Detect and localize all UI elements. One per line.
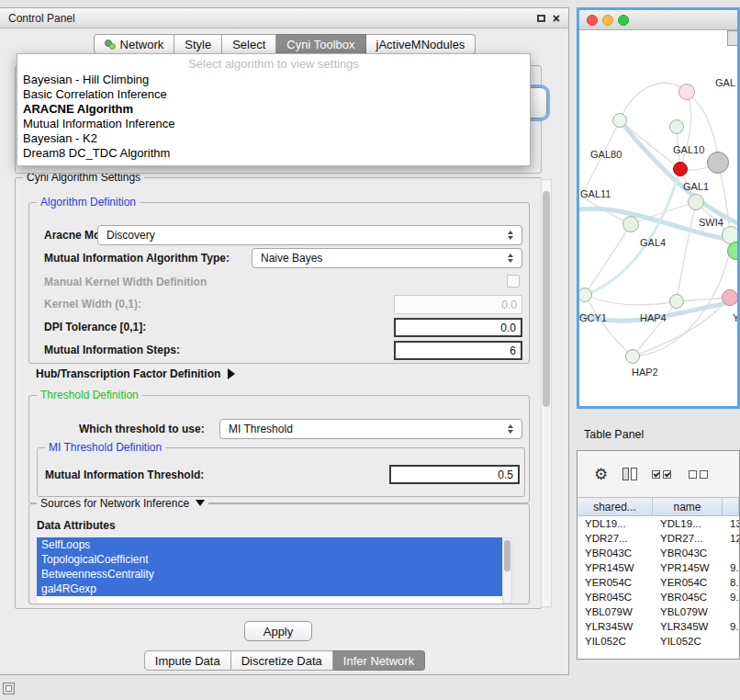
network-node[interactable]: [707, 152, 729, 174]
table-row[interactable]: YLR345WYLR345W9.: [577, 619, 739, 634]
attributes-scrollbar[interactable]: [502, 537, 512, 604]
mi-threshold-group: MI Threshold Definition Mutual Informati…: [37, 447, 525, 497]
table-cell: 13: [723, 516, 739, 531]
column-header[interactable]: name: [653, 498, 723, 515]
tab-cyni-toolbox[interactable]: Cyni Toolbox: [276, 34, 365, 54]
table-cell: [723, 546, 739, 560]
apply-button[interactable]: Apply: [244, 621, 312, 641]
table-cell: 9.: [723, 560, 739, 575]
close-traffic-light-icon[interactable]: [587, 15, 598, 26]
network-canvas[interactable]: GALGAL80GAL10GAL11GAL1SWI4GAL4GCY1HAP4YH…: [579, 30, 737, 406]
attribute-item[interactable]: BetweennessCentrality: [37, 567, 502, 581]
algorithm-option[interactable]: Dream8 DC_TDC Algorithm: [17, 146, 530, 161]
dpi-tolerance-field[interactable]: 0.0: [394, 318, 522, 337]
manual-kernel-label: Manual Kernel Width Definition: [44, 276, 207, 288]
node-label: GAL4: [640, 237, 666, 248]
bottom-tab-discretize-data[interactable]: Discretize Data: [231, 650, 333, 671]
table-row[interactable]: YPR145WYPR145W9.: [577, 560, 739, 575]
network-node[interactable]: [622, 216, 639, 232]
attribute-item[interactable]: gal4RGexp: [37, 581, 502, 596]
table-row[interactable]: YDR27...YDR27...12: [577, 531, 739, 546]
attribute-item[interactable]: TopologicalCoefficient: [37, 552, 502, 567]
minimize-traffic-light-icon[interactable]: [602, 15, 613, 26]
network-window-titlebar[interactable]: [579, 10, 737, 30]
column-header[interactable]: [723, 498, 739, 515]
deselect-all-icon[interactable]: [689, 470, 711, 479]
data-attributes-list: SelfLoopsTopologicalCoefficientBetweenne…: [37, 537, 502, 604]
mi-type-select[interactable]: Naive Bayes: [252, 248, 522, 268]
attribute-item[interactable]: SelfLoops: [37, 537, 502, 552]
control-panel-titlebar[interactable]: Control Panel ×: [0, 8, 568, 28]
network-tool-button[interactable]: [727, 30, 737, 46]
network-node[interactable]: [669, 119, 684, 134]
mi-threshold-field[interactable]: 0.5: [389, 465, 520, 484]
zoom-traffic-light-icon[interactable]: [618, 15, 629, 26]
node-label: GAL1: [683, 181, 709, 192]
column-header[interactable]: shared...: [577, 498, 653, 515]
table-row[interactable]: YIL052CYIL052C: [577, 634, 739, 649]
bottom-tab-impute-data[interactable]: Impute Data: [144, 650, 231, 671]
tab-style[interactable]: Style: [174, 34, 222, 54]
kernel-width-value: 0.0: [501, 299, 517, 311]
table-panel-title: Table Panel: [584, 428, 644, 441]
dpi-tolerance-label: DPI Tolerance [0,1]:: [44, 321, 146, 333]
tab-select[interactable]: Select: [222, 34, 276, 54]
hub-section-toggle[interactable]: Hub/Transcription Factor Definition: [36, 367, 235, 380]
algorithm-option[interactable]: Basic Correlation Inference: [17, 87, 530, 102]
control-panel-window: Control Panel × NetworkStyleSelectCyni T…: [0, 7, 569, 675]
sources-group-title[interactable]: Sources for Network Inference: [37, 497, 208, 510]
algorithm-dropdown-popup: Select algorithm to view settings Bayesi…: [17, 53, 531, 166]
scrollbar-thumb[interactable]: [543, 191, 550, 407]
network-node[interactable]: [722, 289, 737, 306]
aracne-mode-select[interactable]: Discovery: [97, 225, 522, 245]
cyni-settings-group: Cyni Algorithm Settings Algorithm Defini…: [15, 177, 542, 609]
table-row[interactable]: YBL079WYBL079W: [577, 604, 739, 619]
mi-steps-field[interactable]: 6: [394, 341, 522, 360]
network-node[interactable]: [625, 349, 640, 364]
network-node[interactable]: [669, 294, 684, 309]
hub-section-label: Hub/Transcription Factor Definition: [36, 367, 220, 380]
network-node[interactable]: [688, 194, 704, 210]
table-cell: YBR045C: [653, 590, 723, 604]
table-row[interactable]: YBR045CYBR045C9.: [577, 590, 739, 604]
which-threshold-select[interactable]: MI Threshold: [219, 419, 522, 439]
network-node[interactable]: [678, 84, 695, 100]
table-row[interactable]: YER054CYER054C8.: [577, 575, 739, 590]
algorithm-option[interactable]: Bayesian - Hill Climbing: [17, 73, 530, 87]
tab-label: Infer Network: [343, 654, 414, 668]
scrollbar-thumb[interactable]: [504, 540, 510, 571]
settings-scrollbar[interactable]: [541, 179, 552, 607]
algorithm-option[interactable]: Mutual Information Inference: [17, 117, 530, 131]
table-row[interactable]: YBR043CYBR043C: [577, 546, 739, 560]
table-cell: YIL052C: [577, 634, 653, 649]
float-window-icon[interactable]: [537, 15, 545, 22]
table-cell: YBR043C: [577, 546, 653, 560]
combo-arrows-icon: [508, 254, 513, 263]
table-cell: 12: [723, 531, 739, 546]
select-all-icon[interactable]: [652, 470, 674, 479]
node-label: GAL: [715, 77, 735, 88]
tab-network[interactable]: Network: [94, 34, 175, 54]
algorithm-option[interactable]: Bayesian - K2: [17, 131, 530, 146]
algorithm-option[interactable]: ARACNE Algorithm: [17, 102, 530, 117]
network-node[interactable]: [612, 113, 627, 128]
tab-label: Network: [120, 38, 164, 51]
column-chooser-icon[interactable]: [622, 468, 637, 480]
table-row[interactable]: YDL19...YDL19...13: [577, 516, 739, 531]
close-icon[interactable]: ×: [553, 14, 560, 23]
tab-jactivemnodules[interactable]: jActiveMNodules: [366, 34, 477, 54]
network-node[interactable]: [673, 162, 688, 176]
settings-gear-icon[interactable]: ⚙: [594, 467, 608, 482]
mi-threshold-value: 0.5: [498, 469, 513, 481]
manual-kernel-checkbox[interactable]: [507, 275, 520, 288]
node-label: GAL10: [673, 144, 704, 155]
bottom-tabs: Impute DataDiscretize DataInfer Network: [0, 650, 569, 671]
restore-panel-icon[interactable]: [3, 683, 15, 694]
table-cell: YDL19...: [653, 516, 723, 531]
bottom-tab-infer-network[interactable]: Infer Network: [333, 650, 425, 671]
network-tab-icon: [105, 39, 116, 50]
algorithm-options-list: Bayesian - Hill ClimbingBasic Correlatio…: [17, 73, 530, 161]
kernel-width-field[interactable]: 0.0: [394, 295, 522, 314]
table-cell: YPR145W: [577, 560, 653, 575]
table-body: YDL19...YDL19...13YDR27...YDR27...12YBR0…: [577, 516, 739, 659]
